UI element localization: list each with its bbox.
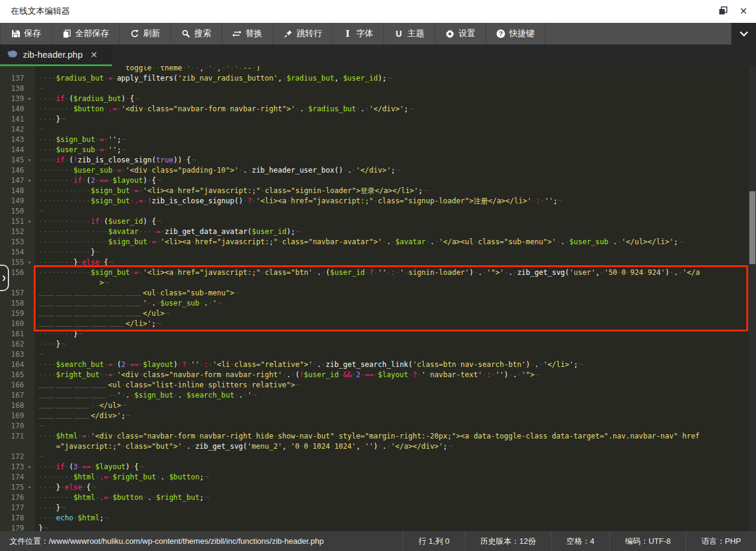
fold-arrow-icon[interactable]: ▾ [24, 462, 35, 472]
line-number: 167 [0, 390, 35, 401]
line-number: 169 [0, 411, 35, 421]
fold-arrow-icon[interactable]: ▾ [24, 176, 35, 186]
fold-arrow-icon[interactable]: ▾ [24, 155, 35, 165]
code-line[interactable]: ····$right_but··=·'<div·class="navbar-fo… [39, 370, 756, 380]
fold-arrow-icon [24, 186, 35, 196]
code-line[interactable]: ············}¬ [39, 247, 756, 257]
line-number: 148 [0, 186, 35, 196]
code-line[interactable]: ····}·else·{¬ [39, 482, 756, 493]
code-line[interactable]: </div>';¬ [39, 411, 756, 421]
fold-arrow-icon [24, 360, 35, 370]
code-editor[interactable]: 137138139▾140141142143144145▾146147▾1481… [0, 66, 756, 531]
code-line[interactable]: ····if·($radius_but)·{¬ [39, 94, 756, 104]
gutter: 137138139▾140141142143144145▾146147▾1481… [0, 66, 35, 531]
refresh-icon [130, 29, 139, 38]
line-number: 150 [0, 206, 35, 217]
code-line[interactable]: ········if·(2·==·$layout)·{¬ [39, 176, 756, 186]
font-button[interactable]: I 字体 [333, 23, 384, 45]
fold-arrow-icon[interactable]: ▾ [24, 482, 35, 493]
scrollbar-thumb[interactable] [749, 191, 755, 264]
chevron-right-icon: ❯ [2, 275, 7, 281]
code-line[interactable]: ¬ [39, 349, 756, 360]
code-line[interactable]: ············if·($user_id)·{¬ [39, 217, 756, 227]
fold-arrow-icon [24, 196, 35, 206]
code-line[interactable]: <ul·class="sub-menu">¬ [39, 288, 756, 298]
refresh-button[interactable]: 刷新 [120, 23, 171, 45]
settings-button[interactable]: 设置 [435, 23, 486, 45]
code-line[interactable]: ····$sign_but·=·'';¬ [39, 135, 756, 145]
save-all-button[interactable]: 全部保存 [52, 23, 120, 45]
fold-arrow-icon [24, 73, 35, 84]
code-line[interactable]: ··'·.·$sign_but·.·$search_but·.·'¬ [39, 390, 756, 401]
code-line[interactable]: toggle··theme·'··,·'·,·'·'·--·) [39, 66, 756, 73]
save-button[interactable]: 保存 [0, 23, 52, 45]
goto-line-button[interactable]: 跳转行 [273, 23, 333, 45]
code-line[interactable]: <ul·class="list-inline·splitters·relativ… [39, 380, 756, 390]
code-line[interactable]: ················$avatar····=·zib_get_dat… [39, 227, 756, 237]
code-line[interactable]: ····if·(3·==·$layout)·{¬ [39, 462, 756, 472]
code-line[interactable]: ········$html·.=·$button·.·$right_but;¬ [39, 493, 756, 503]
code-line[interactable]: ············$sign_but·.=·!zib_is_close_s… [39, 196, 756, 206]
fold-arrow-icon [24, 513, 35, 523]
line-number: 174 [0, 472, 35, 482]
shortcuts-button[interactable]: ? 快捷键 [486, 23, 545, 45]
code-line[interactable]: ················$sign_but·=·'<li><a·href… [39, 237, 756, 247]
code-line[interactable]: '·.·$user_sub·.·'¬ [39, 298, 756, 309]
line-number: 158 [0, 298, 35, 309]
code-line[interactable]: ¬ [39, 84, 756, 94]
fold-arrow-icon[interactable]: ▾ [24, 257, 35, 268]
code-line[interactable]: >¬ [39, 278, 756, 288]
code-line[interactable]: ¬ [39, 125, 756, 135]
fold-arrow-icon [24, 401, 35, 411]
code-line[interactable]: ····if·(!zib_is_close_sign(true))·{¬ [39, 155, 756, 165]
line-number: 146 [0, 165, 35, 176]
fold-arrow-icon[interactable]: ▾ [24, 217, 35, 227]
fold-arrow-icon [24, 84, 35, 94]
sidebar-expand-handle[interactable]: ❯ [0, 265, 9, 291]
code-line[interactable]: ····$radius_but·=·apply_filters('zib_nav… [39, 73, 756, 84]
tab-zib-header-php[interactable]: zib-header.php ✕ [0, 45, 112, 66]
code-line[interactable]: ¬ [39, 421, 756, 431]
code-line[interactable]: ············$sign_but·=·'<li><a·href="ja… [39, 268, 756, 278]
theme-button[interactable]: U 主题 [384, 23, 435, 45]
toolbar-collapse-button[interactable] [731, 23, 756, 45]
goto-line-label: 跳转行 [297, 28, 322, 39]
code-line[interactable]: ········}¬ [39, 329, 756, 339]
fold-arrow-icon [24, 165, 35, 176]
code-line[interactable]: ········$html·.=·$right_but·.·$button;¬ [39, 472, 756, 482]
code-line[interactable]: ············$sign_but·=·'<li><a·href="ja… [39, 186, 756, 196]
fold-arrow-icon [24, 452, 35, 462]
restore-window-button[interactable] [719, 6, 728, 17]
search-button[interactable]: 搜索 [171, 23, 222, 45]
code-line[interactable]: ····}¬ [39, 339, 756, 349]
code-line[interactable]: ········}·else·{¬ [39, 257, 756, 268]
code-line[interactable]: ····}¬ [39, 114, 756, 125]
code-line[interactable]: ········$user_sub·=·'<div·class="padding… [39, 165, 756, 176]
editor-scroll-content: 137138139▾140141142143144145▾146147▾1481… [0, 66, 756, 531]
replace-swap-icon [232, 29, 241, 38]
code-line[interactable]: ········$button·.=·'<div·class="navbar-f… [39, 104, 756, 114]
replace-button[interactable]: 替换 [222, 23, 273, 45]
cursor-position: 行 1,列 0 [403, 531, 464, 551]
code-line[interactable]: ¬ [39, 452, 756, 462]
code-line[interactable]: ····$user_sub·=·'';¬ [39, 145, 756, 155]
line-number: 141 [0, 114, 35, 125]
code-line[interactable]: ····}¬ [39, 503, 756, 513]
code-line[interactable]: }¬ [39, 523, 756, 531]
tab-close-icon[interactable]: ✕ [90, 50, 98, 60]
fold-arrow-icon[interactable]: ▾ [24, 94, 35, 104]
fold-arrow-icon [24, 298, 35, 309]
code-line[interactable]: ="javascript:;"·class="but">'·.·zib_get_… [39, 442, 756, 452]
close-window-button[interactable]: ✕ [740, 7, 748, 16]
code-line[interactable]: ··</ul>¬ [39, 401, 756, 411]
chevron-down-icon [739, 29, 749, 38]
code-line[interactable]: </li>';¬ [39, 319, 756, 329]
code-lines[interactable]: toggle··theme·'··,·'·,·'·'·--·)····$radi… [35, 66, 756, 531]
code-line[interactable]: ····$search_but·=·(2·==·$layout)·?·''·:·… [39, 360, 756, 370]
vertical-scrollbar[interactable] [749, 66, 756, 531]
code-line[interactable]: ····$html·=·'<div·class="navbar-form·nav… [39, 431, 756, 442]
code-line[interactable]: ¬ [39, 206, 756, 217]
code-line[interactable]: </ul>¬ [39, 309, 756, 319]
line-number: 170 [0, 421, 35, 431]
code-line[interactable]: ····echo·$html;¬ [39, 513, 756, 523]
